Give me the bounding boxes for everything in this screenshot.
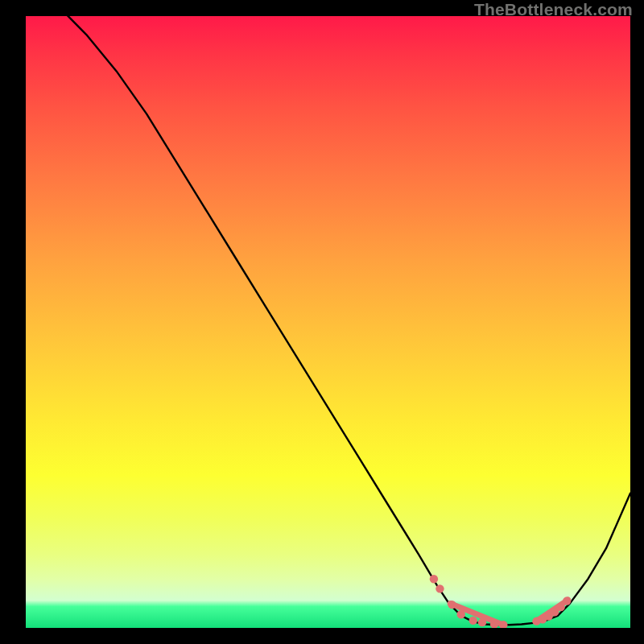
marker-dot — [563, 597, 571, 605]
marker-dot — [478, 618, 486, 626]
marker-dot — [448, 601, 456, 609]
bottleneck-curve — [26, 16, 630, 625]
marker-dot — [469, 617, 477, 625]
plot-area — [26, 16, 630, 628]
marker-dot — [436, 584, 444, 592]
marker-dot — [556, 603, 564, 611]
curve-layer — [26, 16, 630, 628]
watermark-text: TheBottleneck.com — [474, 0, 633, 19]
highlight-markers — [430, 575, 572, 628]
marker-dot — [430, 575, 438, 583]
chart-frame: TheBottleneck.com — [0, 0, 644, 644]
marker-dot — [457, 610, 465, 618]
